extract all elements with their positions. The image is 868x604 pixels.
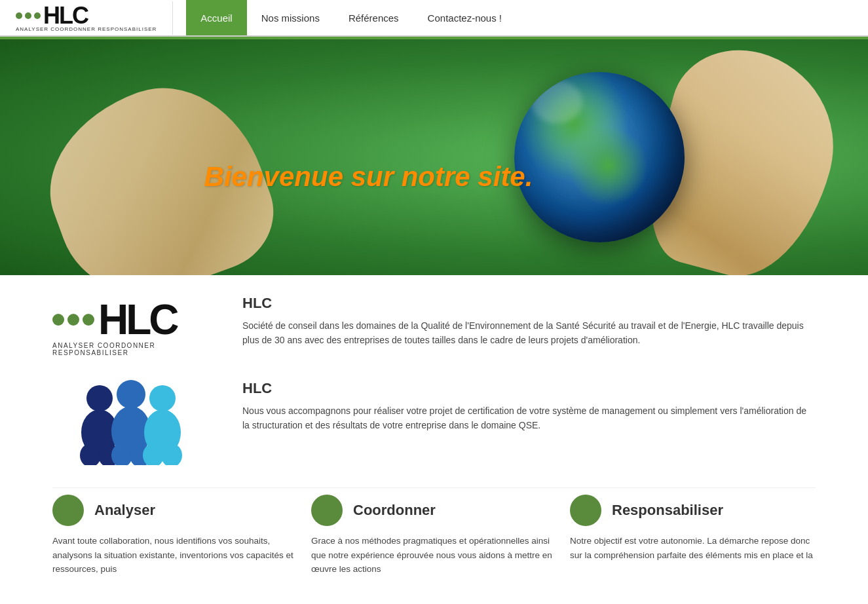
nav-logo: HLC Analyser Coordonner Responsabiliser — [0, 1, 173, 35]
col-responsabiliser: Responsabiliser Notre objectif est votre… — [570, 495, 816, 576]
section1-logo-subtitle: Analyser Coordonner Responsabiliser — [52, 342, 210, 356]
section1-logo-text: HLC — [98, 299, 177, 341]
section1-title: HLC — [242, 295, 816, 312]
svg-point-4 — [149, 385, 176, 411]
svg-point-0 — [86, 385, 113, 411]
col-coordonner-header: Coordonner — [311, 495, 436, 526]
section1-logo: HLC Analyser Coordonner Responsabiliser — [52, 295, 223, 360]
section2-icon — [52, 380, 223, 468]
section2-text: HLC Nous vous accompagnons pour réaliser… — [242, 380, 816, 433]
col-responsabiliser-header: Responsabiliser — [570, 495, 723, 526]
three-columns: Analyser Avant toute collaboration, nous… — [52, 487, 816, 576]
nav-item-references[interactable]: Références — [334, 0, 413, 35]
nav-item-accueil[interactable]: Accueil — [186, 0, 246, 35]
col-responsabiliser-text: Notre objectif est votre autonomie. La d… — [570, 534, 816, 562]
section1-text: HLC Société de conseil dans les domaines… — [242, 295, 816, 348]
hero-globe — [514, 72, 685, 242]
svg-point-2 — [117, 380, 145, 409]
hero-title: Bienvenue sur notre site. — [204, 161, 533, 193]
col-analyser-header: Analyser — [52, 495, 155, 526]
section2-row: HLC Nous vous accompagnons pour réaliser… — [52, 380, 816, 468]
col-responsabiliser-title: Responsabiliser — [612, 502, 723, 519]
section1-row: HLC Analyser Coordonner Responsabiliser … — [52, 295, 816, 360]
hero-section: Bienvenue sur notre site. — [0, 39, 868, 275]
navbar: HLC Analyser Coordonner Responsabiliser … — [0, 0, 868, 37]
col-coordonner-text: Grace à nos méthodes pragmatiques et opé… — [311, 534, 557, 576]
col-responsabiliser-dot — [570, 495, 601, 526]
nav-item-missions[interactable]: Nos missions — [247, 0, 334, 35]
col-analyser: Analyser Avant toute collaboration, nous… — [52, 495, 298, 576]
section2-title: HLC — [242, 380, 816, 397]
section1-body: Société de conseil dans les domaines de … — [242, 318, 816, 348]
logo-dot-big-3 — [83, 314, 94, 326]
col-analyser-title: Analyser — [94, 502, 155, 519]
nav-item-contact[interactable]: Contactez-nous ! — [413, 0, 516, 35]
nav-menu: Accueil Nos missions Références Contacte… — [186, 0, 516, 35]
logo-dot-big-1 — [52, 314, 64, 326]
logo-dot-big-2 — [67, 314, 79, 326]
col-coordonner: Coordonner Grace à nos méthodes pragmati… — [311, 495, 557, 576]
col-coordonner-dot — [311, 495, 343, 526]
logo-dot-1 — [16, 12, 22, 19]
content-section: HLC Analyser Coordonner Responsabiliser … — [0, 275, 868, 596]
col-analyser-text: Avant toute collaboration, nous identifi… — [52, 534, 298, 576]
section2-body: Nous vous accompagnons pour réaliser vot… — [242, 404, 816, 433]
logo-dot-2 — [25, 12, 31, 19]
logo-dot-3 — [34, 12, 41, 19]
nav-logo-text: HLC — [43, 4, 88, 28]
col-coordonner-title: Coordonner — [353, 502, 436, 519]
col-analyser-dot — [52, 495, 84, 526]
people-icon — [52, 380, 210, 465]
section1-logo-graphic: HLC — [52, 299, 177, 341]
